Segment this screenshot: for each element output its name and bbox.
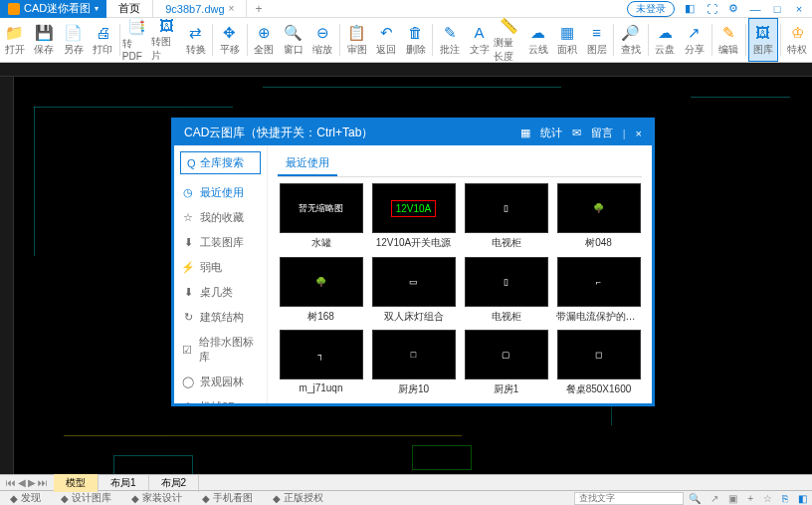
toolbar-分享[interactable]: ↗分享 [680,18,709,62]
nav-last-icon[interactable]: ⏭ [38,477,48,488]
toolbar-图层[interactable]: ≡图层 [582,18,611,62]
toolbar-icon: 🔎 [622,24,640,42]
status-item-手机看图[interactable]: ◆手机看图 [192,491,263,505]
layout-tab-布局1[interactable]: 布局1 [99,474,149,492]
toolbar-编辑[interactable]: ✎编辑 [714,18,743,62]
toolbar-窗口[interactable]: 🔍窗口 [279,18,307,62]
library-card[interactable]: ▢厨房1 [463,330,549,397]
toolbar-云盘[interactable]: ☁云盘 [651,18,680,62]
library-card[interactable]: ▭双人床灯组合 [370,257,457,325]
sidebar-item-给排水图标库[interactable]: ☑给排水图标库 [174,330,267,370]
add-tab-button[interactable]: + [247,0,270,18]
sidebar-item-工装图库[interactable]: ⬇工装图库 [174,230,267,255]
status-search-input[interactable] [574,492,684,505]
minimize-icon[interactable]: — [748,2,762,16]
toolbar-转图片[interactable]: 🖼转图片 [151,18,180,62]
status-item-正版授权[interactable]: ◆正版授权 [263,491,333,505]
toolbar-面积[interactable]: ▦面积 [552,18,581,62]
sidebar-item-最近使用[interactable]: ◷最近使用 [174,180,267,205]
sidebar-item-建筑结构[interactable]: ↻建筑结构 [174,305,267,330]
toolbar-审图[interactable]: 📋审图 [342,18,371,62]
status-tool5-icon[interactable]: ⎘ [777,493,793,504]
library-search-button[interactable]: Q 全库搜索 [180,151,261,174]
library-card[interactable]: 暂无缩略图水罐 [278,183,364,251]
window-close-icon[interactable]: × [792,2,806,16]
search-go-icon[interactable]: 🔍 [684,493,706,504]
status-tool3-icon[interactable]: + [742,493,758,504]
msg-icon[interactable]: ✉ [572,126,581,139]
card-label: 厨房10 [398,382,429,396]
content-tab-recent[interactable]: 最近使用 [278,151,337,176]
stats-button[interactable]: 统计 [540,126,562,140]
toolbar-打开[interactable]: 📁打开 [0,18,29,62]
popup-close-icon[interactable]: × [636,127,642,139]
library-card[interactable]: ▯电视柜 [463,257,549,325]
toolbar-特权[interactable]: ♔特权 [782,18,811,62]
toolbar-label: 审图 [347,43,367,57]
library-card[interactable]: 🌳树168 [278,257,364,325]
sidebar-item-弱电[interactable]: ⚡弱电 [174,255,267,280]
toolbar-保存[interactable]: 💾保存 [29,18,58,62]
toolbar-平移[interactable]: ✥平移 [215,18,244,62]
library-card[interactable]: ┐m_j71uqn [278,330,364,397]
layout-tab-模型[interactable]: 模型 [54,474,99,492]
settings-icon[interactable]: ⚙ [726,2,740,16]
toolbar-批注[interactable]: ✎批注 [435,18,464,62]
toolbar-icon: 📑 [128,18,146,36]
fullscreen-icon[interactable]: ⛶ [705,2,718,16]
status-tool6-icon[interactable]: ◧ [793,493,812,504]
sidebar-item-机械2D[interactable]: ⚙机械2D [174,394,267,403]
drawing-canvas[interactable]: CAD云图库（快捷开关：Ctrl+Tab） ▦ 统计 ✉ 留言 | × Q 全库… [0,63,812,474]
status-tool2-icon[interactable]: ▣ [723,493,742,504]
nav-prev-icon[interactable]: ◀ [18,477,26,488]
tab-home[interactable]: 首页 [106,0,153,18]
layout-tab-布局2[interactable]: 布局2 [149,474,200,492]
card-thumbnail: 12V10A [372,183,456,233]
toolbar-label: 云盘 [655,43,675,57]
sidebar-item-景观园林[interactable]: ◯景观园林 [174,370,267,394]
toolbar-全图[interactable]: ⊕全图 [250,18,279,62]
tab-file[interactable]: 9c38b7.dwg × [153,0,247,18]
library-card[interactable]: 🌳树048 [555,183,642,251]
toolbar-测量长度[interactable]: 📏测量长度 [494,18,522,62]
library-card[interactable]: ◻餐桌850X1600 [555,330,642,397]
toolbar-label: 另存 [64,43,84,57]
toolbar-转换[interactable]: ⇄转换 [181,18,210,62]
dropdown-icon[interactable]: ▾ [95,4,99,13]
login-button[interactable]: 未登录 [627,1,675,17]
status-tool4-icon[interactable]: ☆ [758,493,777,504]
library-card[interactable]: ⌐带漏电流保护的断路器 [555,257,642,325]
skin-icon[interactable]: ◧ [683,2,697,16]
maximize-icon[interactable]: □ [770,2,784,16]
sidebar-icon: ⚙ [182,401,194,404]
toolbar-缩放[interactable]: ⊖缩放 [308,18,337,62]
sidebar-item-桌几类[interactable]: ⬇桌几类 [174,280,267,305]
toolbar-icon: 🖨 [94,24,111,42]
toolbar-打印[interactable]: 🖨打印 [88,18,116,62]
nav-next-icon[interactable]: ▶ [28,477,36,488]
library-card[interactable]: 12V10A12V10A开关电源 [370,183,457,251]
nav-first-icon[interactable]: ⏮ [6,477,16,488]
card-label: 树168 [307,310,334,324]
library-card[interactable]: □厨房10 [370,330,457,397]
toolbar-label: 打开 [5,43,25,57]
status-item-发现[interactable]: ◆发现 [0,491,51,505]
status-item-设计图库[interactable]: ◆设计图库 [51,491,121,505]
toolbar-转PDF[interactable]: 📑转PDF [122,18,151,62]
toolbar-文字[interactable]: A文字 [465,18,494,62]
toolbar-返回[interactable]: ↶返回 [372,18,401,62]
msg-button[interactable]: 留言 [591,126,613,140]
status-tool1-icon[interactable]: ↗ [706,493,723,504]
toolbar-另存[interactable]: 📄另存 [59,18,88,62]
card-thumbnail: 🌳 [557,183,641,233]
toolbar-云线[interactable]: ☁云线 [523,18,552,62]
status-item-家装设计[interactable]: ◆家装设计 [121,491,192,505]
close-icon[interactable]: × [229,3,235,14]
content-tabs: 最近使用 [278,151,642,177]
sidebar-item-我的收藏[interactable]: ☆我的收藏 [174,205,267,230]
toolbar-查找[interactable]: 🔎查找 [616,18,645,62]
toolbar-删除[interactable]: 🗑删除 [401,18,430,62]
toolbar-图库[interactable]: 🖼图库 [748,18,778,62]
grid-view-icon[interactable]: ▦ [520,126,530,139]
library-card[interactable]: ▯电视柜 [463,183,549,251]
